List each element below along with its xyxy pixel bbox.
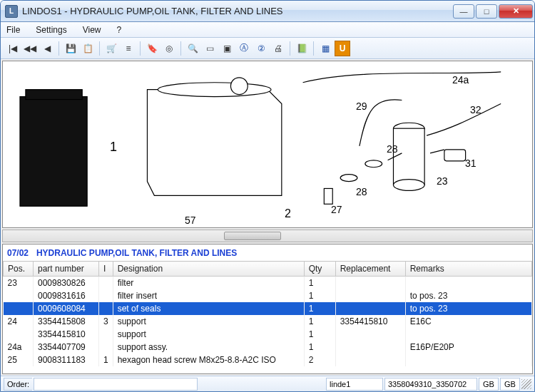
first-icon[interactable]: |◀ (5, 41, 21, 56)
col-remarks[interactable]: Remarks (405, 262, 531, 277)
menu-file[interactable]: File (4, 24, 23, 36)
status-code: 3358049310_3350702 (384, 378, 477, 391)
callout-24a: 24a (452, 74, 469, 86)
flag-icon[interactable]: ▦ (317, 41, 333, 56)
maximize-button[interactable]: □ (476, 4, 497, 19)
callout-28a: 28 (356, 186, 367, 197)
callout-28b: 28 (387, 143, 398, 155)
two-icon[interactable]: ② (253, 41, 269, 56)
col-replacement[interactable]: Replacement (335, 262, 405, 277)
col-i[interactable]: I (99, 262, 113, 277)
status-gb2: GB (500, 378, 520, 391)
menu-help[interactable]: ? (114, 24, 125, 36)
menu-settings[interactable]: Settings (33, 24, 69, 36)
table-row[interactable]: 0009608084set of seals1to pos. 23 (4, 302, 532, 315)
svg-rect-5 (393, 128, 424, 185)
callout-31: 31 (465, 158, 477, 169)
table-row[interactable]: 0009831616filter insert1to pos. 23 (4, 289, 532, 302)
svg-point-6 (393, 180, 424, 191)
title-bar: L LINDOS1 - HYDRAULIC PUMP,OIL TANK, FIL… (1, 1, 534, 22)
toolbar: |◀ ◀◀ ◀ 💾 📋 🛒 ≡ 🔖 ◎ 🔍 ▭ ▣ Ⓐ ② 🖨 📗 ▦ U (1, 38, 534, 59)
callout-27: 27 (331, 204, 342, 215)
col-pos[interactable]: Pos. (4, 262, 34, 277)
callout-29: 29 (356, 100, 367, 112)
target-icon[interactable]: ◎ (161, 41, 177, 56)
minimize-button[interactable]: — (453, 4, 474, 19)
svg-rect-7 (444, 150, 466, 161)
window-title: LINDOS1 - HYDRAULIC PUMP,OIL TANK, FILTE… (22, 6, 453, 16)
table-row[interactable]: 3354415810support1 (4, 328, 532, 341)
col-qty[interactable]: Qty (304, 262, 335, 277)
section-header: 07/02 HYDRAULIC PUMP,OIL TANK, FILTER AN… (3, 244, 532, 261)
book-icon[interactable]: 📗 (294, 41, 310, 56)
callout-32: 32 (470, 104, 482, 115)
callout-2: 2 (285, 207, 291, 220)
parts-table-area: 07/02 HYDRAULIC PUMP,OIL TANK, FILTER AN… (2, 244, 533, 374)
save-icon[interactable]: 💾 (63, 41, 78, 56)
svg-line-12 (430, 150, 444, 153)
resize-grip[interactable] (521, 379, 531, 389)
list-icon[interactable]: ≡ (121, 41, 136, 56)
diagram-viewport[interactable]: 1 2 23 24a 27 28 28 29 31 32 57 (2, 61, 533, 228)
close-button[interactable]: ✕ (499, 4, 533, 19)
parts-table[interactable]: Pos. part number I Designation Qty Repla… (3, 261, 532, 366)
zoom-in-icon[interactable]: 🔍 (185, 41, 200, 56)
table-row[interactable]: 24a3354407709support assy.1E16P/E20P (4, 341, 532, 354)
callout-57: 57 (185, 215, 196, 226)
table-row[interactable]: 2590083111831hexagon head screw M8x25-8.… (4, 354, 532, 366)
svg-rect-0 (20, 97, 87, 207)
u-button[interactable]: U (335, 41, 350, 56)
svg-point-8 (340, 175, 357, 182)
order-field[interactable] (34, 378, 198, 391)
table-row[interactable]: 230009830826filter1 (4, 277, 532, 290)
menu-view[interactable]: View (80, 24, 104, 36)
col-part-number[interactable]: part number (34, 262, 99, 277)
svg-rect-1 (26, 90, 82, 100)
status-linde: linde1 (326, 378, 383, 391)
print-icon[interactable]: 🖨 (270, 41, 286, 56)
a-icon[interactable]: Ⓐ (236, 41, 252, 56)
cart-icon[interactable]: 🛒 (103, 41, 119, 56)
rotate-icon[interactable]: ▣ (219, 41, 235, 56)
table-row[interactable]: 2433544158083support13354415810E16C (4, 315, 532, 328)
callout-1: 1 (110, 140, 117, 155)
svg-point-9 (365, 160, 382, 167)
rewind-icon[interactable]: ◀◀ (22, 41, 38, 56)
order-label: Order: (4, 378, 32, 391)
svg-point-3 (230, 78, 248, 95)
callout-23: 23 (437, 175, 448, 187)
app-icon: L (5, 5, 18, 18)
svg-point-2 (158, 83, 271, 97)
back-icon[interactable]: ◀ (39, 41, 55, 56)
menu-bar: File Settings View ? (1, 22, 534, 38)
diagram-scrollbar[interactable] (2, 229, 533, 242)
status-gb1: GB (479, 378, 499, 391)
copy-icon[interactable]: 📋 (80, 41, 96, 56)
status-bar: Order: linde1 3358049310_3350702 GB GB (1, 376, 534, 391)
page-icon[interactable]: ▭ (202, 41, 218, 56)
tag-icon[interactable]: 🔖 (144, 41, 160, 56)
svg-rect-10 (324, 188, 332, 204)
col-designation[interactable]: Designation (113, 262, 304, 277)
